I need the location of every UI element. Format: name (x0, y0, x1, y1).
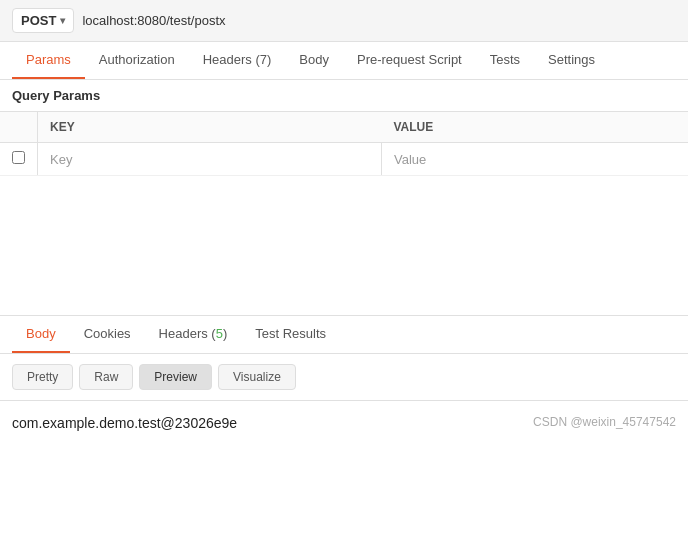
params-table: KEY VALUE Key Value (0, 112, 688, 176)
value-col-header: VALUE (382, 112, 689, 143)
tab-params[interactable]: Params (12, 42, 85, 79)
res-tab-test-results[interactable]: Test Results (241, 316, 340, 353)
fmt-btn-pretty[interactable]: Pretty (12, 364, 73, 390)
res-tab-headers[interactable]: Headers (5) (145, 316, 242, 353)
response-text: com.example.demo.test@23026e9e (12, 415, 237, 431)
request-tabs: Params Authorization Headers (7) Body Pr… (0, 42, 688, 80)
watermark-text: CSDN @weixin_45747542 (533, 415, 676, 429)
response-body: com.example.demo.test@23026e9e CSDN @wei… (0, 401, 688, 445)
format-bar: Pretty Raw Preview Visualize (0, 354, 688, 401)
res-tab-body[interactable]: Body (12, 316, 70, 353)
tab-authorization[interactable]: Authorization (85, 42, 189, 79)
param-checkbox-cell (0, 143, 38, 176)
tab-pre-request[interactable]: Pre-request Script (343, 42, 476, 79)
empty-space (0, 176, 688, 316)
tab-settings[interactable]: Settings (534, 42, 609, 79)
method-selector[interactable]: POST ▾ (12, 8, 74, 33)
query-params-label: Query Params (0, 80, 688, 112)
param-key-cell[interactable]: Key (38, 143, 382, 176)
method-label: POST (21, 13, 56, 28)
fmt-btn-preview[interactable]: Preview (139, 364, 212, 390)
tab-headers[interactable]: Headers (7) (189, 42, 286, 79)
response-tabs: Body Cookies Headers (5) Test Results (0, 316, 688, 354)
fmt-btn-visualize[interactable]: Visualize (218, 364, 296, 390)
url-bar: POST ▾ (0, 0, 688, 42)
fmt-btn-raw[interactable]: Raw (79, 364, 133, 390)
param-checkbox[interactable] (12, 151, 25, 164)
checkbox-col-header (0, 112, 38, 143)
tab-body[interactable]: Body (285, 42, 343, 79)
param-value-cell[interactable]: Value (382, 143, 689, 176)
tab-tests[interactable]: Tests (476, 42, 534, 79)
url-input[interactable] (82, 13, 676, 28)
method-chevron: ▾ (60, 15, 65, 26)
res-tab-cookies[interactable]: Cookies (70, 316, 145, 353)
key-col-header: KEY (38, 112, 382, 143)
param-row: Key Value (0, 143, 688, 176)
